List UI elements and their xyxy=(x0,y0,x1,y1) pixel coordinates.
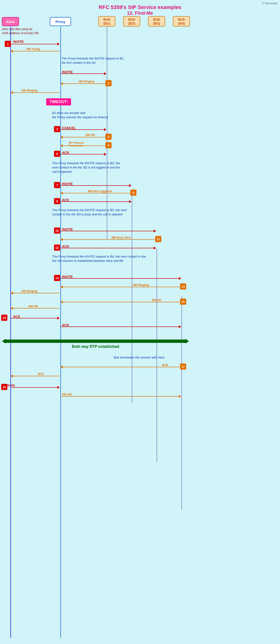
participant-b1: Bob(B1) xyxy=(98,16,115,26)
page-subtitle: 12. Find-Me xyxy=(0,10,280,16)
desc-5: The Proxy forwards the INVITE request to… xyxy=(52,254,146,263)
timeout-box: TIMEOUT! xyxy=(46,98,71,106)
step-3-badge: 3 xyxy=(54,126,60,132)
step-17-badge: 17 xyxy=(180,364,186,370)
step-6-badge: 6 xyxy=(54,151,60,157)
arrow-ack2-line xyxy=(61,202,131,202)
arrow-486-line xyxy=(61,239,155,240)
msg-ack2-label: ACK xyxy=(62,198,69,202)
step-8-badge: 8 xyxy=(130,190,136,196)
step-12-badge: 12 xyxy=(54,244,60,251)
step-2-badge: 2 xyxy=(106,80,112,86)
participant-proxy: Proxy xyxy=(50,17,71,26)
page-container: © Tech-invite RFC 5359's SIP Service exa… xyxy=(0,0,280,644)
participant-b4: Bob(B4) xyxy=(173,16,190,26)
arrow-1-line xyxy=(11,44,60,44)
arrow-ack4-b4-line xyxy=(61,326,181,327)
participant-b3: Bob(B3) xyxy=(148,16,165,26)
rtp-container: Both way RTP established xyxy=(2,339,189,349)
step-14-badge: 14 xyxy=(180,284,186,290)
msg-ack4-b4-label: ACK xyxy=(62,323,69,327)
msg-invite-b3-label: INVITE xyxy=(62,228,73,231)
arrow-invite-b4-line xyxy=(61,278,181,279)
desc-2: B1 does not answer andthe Proxy cancels … xyxy=(52,111,108,120)
msg-ack1-label: ACK xyxy=(62,151,69,154)
step-1-badge: 1 xyxy=(5,41,11,47)
msg-200ok-proxyb4-label: 200 OK xyxy=(62,393,72,396)
arrow-200ok-proxyalice-line xyxy=(11,308,60,308)
msg-200ok-proxyalice-label: 200 OK xyxy=(28,305,38,308)
rtp-label: Both way RTP established xyxy=(2,344,189,349)
vline-alice xyxy=(10,26,11,638)
desc-3: The Proxy forwards the INVITE request to… xyxy=(52,161,120,174)
msg-invite-b4-label: INVITE xyxy=(62,275,73,279)
msg-ack3-label: ACK xyxy=(62,244,69,248)
step-15-badge: 15 xyxy=(180,298,186,305)
step-11-badge: 11 xyxy=(155,236,161,242)
arrow-200ok-b4-line xyxy=(61,302,180,302)
msg-180-proxyalice-label: 180 Ringing xyxy=(21,89,38,92)
arrow-bye-b4proxy-line xyxy=(61,367,180,367)
step-16-badge: 16 xyxy=(1,315,7,321)
msg-3-label: INVITE xyxy=(62,70,73,74)
msg-487-label: 487 RequestTerminated xyxy=(69,141,84,147)
page-title: RFC 5359's SIP Service examples xyxy=(0,4,280,10)
arrow-480-line xyxy=(61,193,130,193)
arrow-180-proxyalice2-line xyxy=(11,293,60,293)
step-7-badge: 7 xyxy=(54,182,60,188)
vline-b4 xyxy=(182,296,182,510)
msg-200ok-alice-label: 200 OK xyxy=(5,384,15,387)
step-10-badge: 10 xyxy=(54,228,60,234)
arrow-invite-b3-line xyxy=(61,231,156,231)
arrow-ack3-line xyxy=(61,248,156,248)
msg-bye-b4proxy-label: BYE xyxy=(162,364,168,367)
arrow-200ok-alice-line xyxy=(11,387,60,388)
msg-ack4-alice-label: ACK xyxy=(13,315,20,318)
arrow-180-b1proxy-line xyxy=(61,84,105,84)
step-4-badge: 4 xyxy=(106,134,112,140)
arrow-bye-proxyalice-line xyxy=(11,376,60,376)
step-13-badge: 13 xyxy=(54,275,60,281)
desc-6: Bob terminates the session with Alice xyxy=(114,356,165,360)
msg-100trying-label: 100 Trying xyxy=(26,48,40,51)
participant-b2: Bob(B2) xyxy=(123,16,140,26)
arrow-100trying-line xyxy=(11,51,60,52)
msg-180-b4proxy-label: 180 Ringing xyxy=(133,284,149,287)
step-5-badge: 5 xyxy=(106,142,112,148)
msg-486-label: 486 Busy Here xyxy=(111,236,131,239)
desc-1: The Proxy forwards the INVITE request to… xyxy=(62,56,124,65)
vline-b2 xyxy=(132,190,132,403)
msg-1-label: INVITE xyxy=(13,40,24,44)
copyright-text: © Tech-invite xyxy=(262,2,277,5)
participant-alice: Alice xyxy=(2,17,19,26)
alice-info: Alice calls Bob using hisAOR (address of… xyxy=(2,27,38,35)
step-9-badge: 9 xyxy=(54,198,60,204)
arrow-180-proxyalice-line xyxy=(11,92,60,93)
msg-180-proxyalice2-label: 180 Ringing xyxy=(21,290,38,293)
msg-200ok-b4-label: 200 OK xyxy=(152,298,161,302)
msg-invite-b2-label: INVITE xyxy=(62,182,73,186)
msg-480-label: 480 Not Logged In xyxy=(88,190,112,193)
msg-cancel-label: CANCEL xyxy=(62,126,76,130)
arrow-180-b4proxy-line xyxy=(61,287,180,287)
msg-200ok-b1-label: 200 OK xyxy=(85,134,95,137)
desc-4: The Proxy forwards the INVITE request to… xyxy=(52,208,126,216)
arrow-200ok-b1-line xyxy=(61,137,105,138)
msg-bye-proxyalice-label: BYE xyxy=(38,372,44,376)
arrow-200ok-proxyb4-line xyxy=(61,396,181,397)
msg-180-b1proxy-label: 180 Ringing xyxy=(78,80,94,83)
header: RFC 5359's SIP Service examples 12. Find… xyxy=(0,0,280,18)
